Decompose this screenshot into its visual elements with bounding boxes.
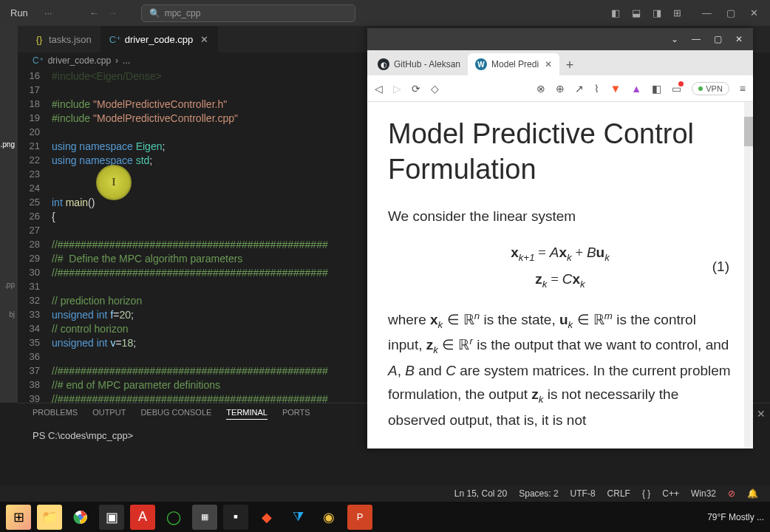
json-icon: {}: [34, 34, 44, 44]
command-center[interactable]: 🔍 mpc_cpp: [141, 4, 355, 22]
body-text: We consider the linear system: [388, 205, 732, 228]
line-number: 33: [18, 309, 52, 320]
weather-widget[interactable]: 79°F Mostly ...: [707, 512, 764, 522]
share-icon[interactable]: ↗: [575, 83, 584, 95]
code-line: //######################################…: [52, 267, 328, 279]
nav-back-icon[interactable]: ◁: [375, 83, 383, 95]
taskbar-app-dark[interactable]: ▦: [192, 505, 217, 530]
layout-controls: ◧ ⬓ ◨ ⊞: [602, 7, 690, 18]
taskbar-chrome[interactable]: [68, 505, 93, 530]
browser-new-tab[interactable]: +: [559, 55, 580, 75]
equation-number: (1): [712, 259, 729, 275]
line-number: 29: [18, 253, 52, 264]
code-line: //# end of MPC parameter definitions: [52, 379, 220, 391]
layout-customize-icon[interactable]: ⊞: [673, 7, 681, 18]
browser-content[interactable]: Model Predictive Control Formulation We …: [367, 102, 753, 449]
shields-icon[interactable]: ▼: [610, 82, 621, 95]
cursor-highlight: [96, 165, 132, 200]
activity-item[interactable]: .png: [0, 129, 18, 159]
minimize-icon[interactable]: —: [702, 7, 712, 18]
browser-tab-close-icon[interactable]: ✕: [545, 59, 552, 69]
browser-minimize-icon[interactable]: —: [692, 34, 701, 44]
equation-1b: zk = Cxk: [388, 267, 732, 293]
status-arch[interactable]: Win32: [691, 488, 716, 499]
code-line: //# Define the MPC algorithm parameters: [52, 253, 242, 265]
panel-tab-debug[interactable]: DEBUG CONSOLE: [140, 408, 211, 420]
equation-block: xk+1 = Axk + Buk zk = Cxk (1): [388, 240, 732, 293]
status-prettier-icon[interactable]: ⊘: [728, 488, 735, 499]
layout-panel-icon[interactable]: ⬓: [632, 7, 641, 18]
status-bell-icon[interactable]: 🔔: [747, 488, 758, 499]
line-number: 31: [18, 281, 52, 292]
tor-icon[interactable]: ⊗: [536, 83, 545, 95]
browser-close-icon[interactable]: ✕: [735, 34, 743, 44]
browser-maximize-icon[interactable]: ▢: [714, 34, 722, 44]
taskbar-powerpoint[interactable]: P: [347, 505, 372, 530]
taskbar-app-green[interactable]: ◯: [161, 505, 186, 530]
status-lncol[interactable]: Ln 15, Col 20: [454, 488, 507, 499]
taskbar-app-yellow[interactable]: ◉: [316, 505, 341, 530]
taskbar-acrobat[interactable]: A: [130, 505, 155, 530]
browser-tab-github[interactable]: ◐ GitHub - Aleksan: [370, 53, 468, 75]
scrollbar-thumb[interactable]: [744, 117, 753, 146]
line-number: 22: [18, 154, 52, 166]
taskbar-explorer[interactable]: 📁: [37, 505, 62, 530]
browser-tabstrip: ◐ GitHub - Aleksan W Model Predi ✕ +: [367, 50, 753, 75]
code-line: //######################################…: [52, 365, 328, 377]
taskbar-start[interactable]: ⊞: [6, 505, 31, 530]
browser-chevron-down-icon[interactable]: ⌄: [671, 34, 678, 44]
line-number: 20: [18, 126, 52, 137]
activity-item[interactable]: bj: [0, 299, 18, 329]
taskbar-app-console[interactable]: ▪: [223, 505, 248, 530]
code-line: using namespace Eigen;: [52, 140, 165, 152]
sidebar-icon[interactable]: ◧: [652, 83, 661, 95]
code-line: int main(): [52, 197, 95, 208]
maximize-icon[interactable]: ▢: [726, 7, 735, 18]
vpn-button[interactable]: VPN: [692, 82, 729, 95]
layout-sidebar-right-icon[interactable]: ◨: [653, 7, 661, 18]
panel-tab-output[interactable]: OUTPUT: [92, 408, 126, 420]
status-spaces[interactable]: Spaces: 2: [519, 488, 558, 499]
nav-back-icon[interactable]: ←: [89, 7, 99, 18]
panel-tab-ports[interactable]: PORTS: [282, 408, 310, 420]
menu-icon[interactable]: ≡: [740, 83, 746, 95]
wallet-icon[interactable]: ▭: [672, 83, 681, 95]
taskbar-brave[interactable]: ◆: [254, 505, 279, 530]
line-number: 25: [18, 197, 52, 208]
taskbar-vscode[interactable]: ⧩: [285, 505, 310, 530]
window-controls: — ▢ ✕: [690, 7, 770, 18]
breadcrumb-sep: ›: [115, 55, 118, 66]
activity-item[interactable]: .pp: [0, 270, 18, 299]
panel-tab-problems[interactable]: PROBLEMS: [33, 408, 78, 420]
status-braces-icon[interactable]: { }: [642, 488, 650, 499]
bookmark-icon[interactable]: ◇: [431, 83, 439, 95]
rss-icon[interactable]: ⌇: [594, 83, 599, 95]
status-eol[interactable]: CRLF: [607, 488, 630, 499]
layout-sidebar-icon[interactable]: ◧: [611, 7, 620, 18]
close-icon[interactable]: ✕: [750, 7, 758, 18]
reload-icon[interactable]: ⟳: [412, 83, 420, 95]
tab-driver-code[interactable]: C⁺ driver_code.cpp ✕: [101, 26, 219, 52]
browser-scrollbar[interactable]: [744, 102, 753, 449]
menu-more[interactable]: ···: [38, 7, 58, 18]
code-line: //######################################…: [52, 393, 328, 403]
code-line: //######################################…: [52, 239, 328, 250]
panel-close-icon[interactable]: ✕: [757, 408, 766, 420]
rewards-icon[interactable]: ▲: [631, 83, 641, 95]
panel-tab-terminal[interactable]: TERMINAL: [226, 408, 268, 420]
browser-titlebar: ⌄ — ▢ ✕: [367, 28, 753, 50]
system-tray[interactable]: 79°F Mostly ...: [707, 512, 764, 522]
browser-tab-model-predictive[interactable]: W Model Predi ✕: [468, 53, 559, 75]
menu-run[interactable]: Run: [0, 7, 38, 18]
code-line: // prediction horizon: [52, 295, 142, 307]
line-number: 30: [18, 267, 52, 278]
zoom-icon[interactable]: ⊕: [556, 83, 565, 95]
tab-close-icon[interactable]: ✕: [200, 34, 208, 45]
tab-tasks-json[interactable]: {} tasks.json: [25, 26, 101, 52]
browser-toolbar: ◁ ▷ ⟳ ◇ ⊗ ⊕ ↗ ⌇ ▼ ▲ ◧ ▭ VPN ≡: [367, 75, 753, 102]
github-icon: ◐: [378, 58, 389, 70]
status-encoding[interactable]: UTF-8: [570, 488, 596, 499]
status-lang[interactable]: C++: [662, 488, 679, 499]
taskbar-terminal[interactable]: ▣: [99, 505, 124, 530]
nav-fwd-icon: ▷: [393, 83, 401, 95]
